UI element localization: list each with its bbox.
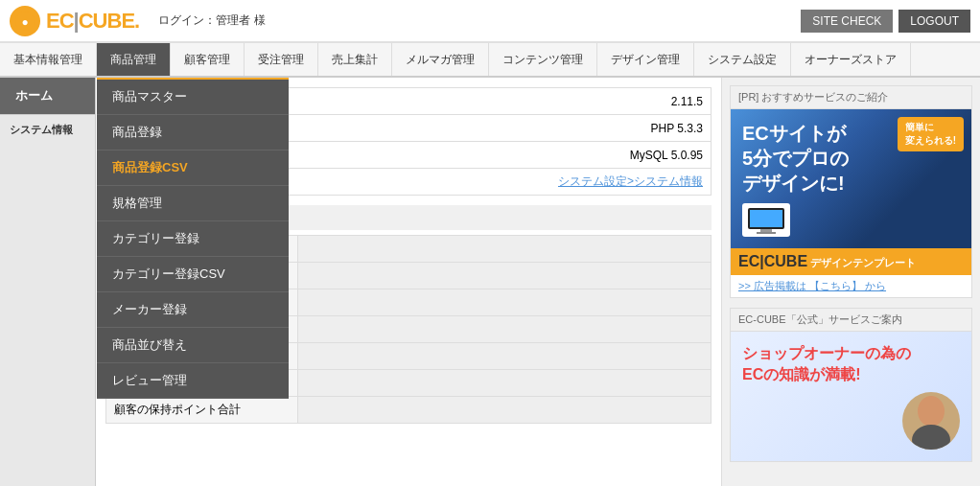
- table-row: 顧客の保持ポイント合計: [106, 397, 712, 424]
- right-panel: [PR] おすすめサービスのご紹介 簡単に変えられる! ECサイトが 5分でプロ…: [721, 78, 980, 486]
- dropdown-shohin-master[interactable]: 商品マスター: [97, 80, 289, 115]
- nav-item-content[interactable]: コンテンツ管理: [489, 43, 597, 76]
- ad-monitor-icon: [742, 203, 790, 237]
- logo-icon: ●: [10, 6, 40, 36]
- dropdown-review[interactable]: レビュー管理: [97, 363, 289, 399]
- pr-header: [PR] おすすめサービスのご紹介: [731, 86, 971, 109]
- dropdown-narabie[interactable]: 商品並び替え: [97, 328, 289, 363]
- ad-monitor-area: [742, 203, 960, 237]
- dropdown-shohin-toroku[interactable]: 商品登録: [97, 115, 289, 150]
- svg-rect-3: [750, 210, 782, 227]
- service-title-2: ECの知識が満載!: [742, 364, 960, 385]
- value-points: [298, 397, 712, 424]
- pr-box: [PR] おすすめサービスのご紹介 簡単に変えられる! ECサイトが 5分でプロ…: [730, 85, 972, 298]
- value-ec-version: 2.11.5: [260, 88, 712, 115]
- sidebar-home[interactable]: ホーム: [0, 78, 95, 114]
- site-check-button[interactable]: SITE CHECK: [801, 10, 893, 33]
- value-php-version: PHP 5.3.3: [260, 115, 712, 142]
- ad-link[interactable]: >> 広告掲載は 【こちら】 から: [731, 275, 971, 297]
- dropdown-kikaku[interactable]: 規格管理: [97, 186, 289, 221]
- dropdown-maker-toroku[interactable]: メーカー登録: [97, 292, 289, 328]
- value-detail: システム設定>システム情報: [260, 169, 712, 196]
- service-box: EC-CUBE「公式」サービスご案内 ショップオーナーの為の ECの知識が満載!: [730, 308, 972, 462]
- svg-text:●: ●: [21, 15, 28, 29]
- ad-badge: 簡単に変えられる!: [898, 117, 964, 151]
- nav-item-shohin[interactable]: 商品管理 商品マスター 商品登録 商品登録CSV 規格管理 カテゴリー登録 カテ…: [97, 43, 171, 76]
- value-month-orders: [298, 343, 712, 370]
- value-db-version: MySQL 5.0.95: [260, 142, 712, 169]
- dropdown-category-csv[interactable]: カテゴリー登録CSV: [97, 257, 289, 292]
- value-month-sales: [298, 316, 712, 343]
- service-person-icon: [902, 392, 960, 450]
- sidebar-system-info: システム情報: [0, 114, 95, 141]
- logo-text: EC|CUBE.: [46, 9, 139, 34]
- system-settings-link[interactable]: システム設定>システム情報: [558, 174, 703, 188]
- header: ● EC|CUBE. ログイン：管理者 様 SITE CHECK LOGOUT: [0, 0, 980, 43]
- nav-item-design[interactable]: デザイン管理: [597, 43, 694, 76]
- label-points: 顧客の保持ポイント合計: [106, 397, 298, 424]
- service-banner: ショップオーナーの為の ECの知識が満載!: [731, 332, 971, 461]
- nav-item-owners[interactable]: オーナーズストア: [791, 43, 911, 76]
- nav-item-uriage[interactable]: 売上集計: [318, 43, 392, 76]
- value-review-count: [298, 370, 712, 397]
- sidebar: ホーム システム情報: [0, 78, 96, 486]
- navbar: 基本情報管理 商品管理 商品マスター 商品登録 商品登録CSV 規格管理 カテゴ…: [0, 43, 980, 78]
- nav-item-system[interactable]: システム設定: [694, 43, 791, 76]
- service-person: [742, 392, 960, 450]
- value-yesterday-orders: [298, 289, 712, 316]
- svg-rect-5: [757, 232, 776, 234]
- ad-title-3: デザインに!: [742, 171, 960, 196]
- logo: ● EC|CUBE.: [10, 6, 139, 36]
- nav-item-juchu[interactable]: 受注管理: [245, 43, 318, 76]
- svg-point-7: [912, 425, 950, 450]
- service-header: EC-CUBE「公式」サービスご案内: [731, 309, 971, 332]
- header-buttons: SITE CHECK LOGOUT: [801, 10, 970, 33]
- nav-item-melumaga[interactable]: メルマガ管理: [392, 43, 489, 76]
- login-info: ログイン：管理者 様: [158, 12, 265, 29]
- nav-item-kokyaku[interactable]: 顧客管理: [171, 43, 245, 76]
- value-current-customers: [298, 236, 712, 263]
- svg-rect-4: [760, 229, 772, 232]
- service-title-1: ショップオーナーの為の: [742, 343, 960, 364]
- ad-footer: EC|CUBE デザインテンプレート: [731, 248, 971, 275]
- dropdown-category-toroku[interactable]: カテゴリー登録: [97, 221, 289, 257]
- shohin-dropdown: 商品マスター 商品登録 商品登録CSV 規格管理 カテゴリー登録 カテゴリー登録…: [97, 78, 289, 399]
- svg-point-6: [918, 396, 945, 427]
- nav-item-kihon[interactable]: 基本情報管理: [0, 43, 97, 76]
- logout-button[interactable]: LOGOUT: [898, 10, 970, 33]
- ad-banner: 簡単に変えられる! ECサイトが 5分でプロの デザインに!: [731, 109, 971, 248]
- value-yesterday-sales: [298, 263, 712, 289]
- dropdown-shohin-csv[interactable]: 商品登録CSV: [97, 150, 289, 186]
